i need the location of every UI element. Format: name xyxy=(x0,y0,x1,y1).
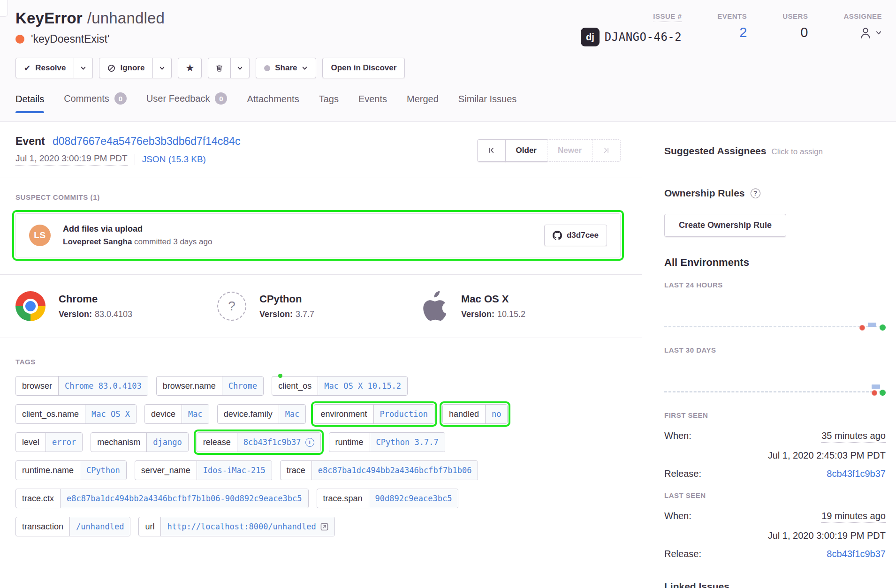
suggested-assignees-title: Suggested Assignees xyxy=(664,145,766,157)
tag-client_os: client_osMac OS X 10.15.2 xyxy=(272,376,408,396)
assignee-dropdown[interactable] xyxy=(858,26,882,40)
chevron-down-icon xyxy=(875,30,882,36)
tag-value-link[interactable]: Idos-iMac-215 xyxy=(197,461,272,480)
users-count[interactable]: 0 xyxy=(800,26,808,39)
issue-short-id[interactable]: DJANGO-46-2 xyxy=(605,31,682,43)
tag-key: environment xyxy=(314,405,373,423)
open-in-discover-button[interactable]: Open in Discover xyxy=(322,58,405,78)
stat-issue-number: ISSUE # dj DJANGO-46-2 xyxy=(581,12,682,46)
event-id-link[interactable]: d08d7667e4a5476eb3b3db6d7f14c84c xyxy=(53,135,240,147)
commit-message: Add files via upload xyxy=(63,224,532,234)
commit-author: Lovepreet Sangha xyxy=(63,237,132,246)
delete-dropdown-button[interactable] xyxy=(231,58,250,78)
tag-value-link[interactable]: 90d892c9eace3bc5 xyxy=(369,489,458,508)
tab-attachments[interactable]: Attachments xyxy=(247,94,299,113)
oldest-event-button[interactable] xyxy=(477,139,506,162)
tag-value-link[interactable]: CPython xyxy=(80,461,126,480)
issue-subtitle: 'keyDoesntExist' xyxy=(31,33,109,45)
red-marker-dot xyxy=(872,390,877,396)
share-button[interactable]: Share xyxy=(256,58,316,78)
tag-browser: browserChrome 83.0.4103 xyxy=(15,376,148,396)
sparkline-baseline xyxy=(664,391,886,392)
tags-rows: browserChrome 83.0.4103browser.nameChrom… xyxy=(15,376,621,536)
context-name: CPython xyxy=(259,293,314,305)
tags-section: TAGS browserChrome 83.0.4103browser.name… xyxy=(0,338,642,536)
tag-key: client_os xyxy=(272,377,318,395)
tag-key: browser xyxy=(16,377,58,395)
tag-value-link[interactable]: /unhandled xyxy=(69,517,130,536)
tag-value-link[interactable]: Chrome 83.0.4103 xyxy=(58,377,148,395)
tab-events[interactable]: Events xyxy=(358,94,387,113)
tag-value-link[interactable]: no xyxy=(485,405,507,423)
tag-key: trace xyxy=(281,461,311,480)
tag-value-link[interactable]: error xyxy=(46,433,82,452)
tag-value-link[interactable]: http://localhost:8000/unhandled xyxy=(160,517,334,536)
tag-value-link[interactable]: Mac OS X 10.15.2 xyxy=(318,377,407,395)
issue-number-label: ISSUE # xyxy=(653,12,682,22)
tab-details[interactable]: Details xyxy=(15,94,44,113)
issue-tabs: Details Comments0 User Feedback0 Attachm… xyxy=(15,92,882,113)
last-seen-release-link[interactable]: 8cb43f1c9b37 xyxy=(827,549,886,559)
apple-icon xyxy=(419,290,448,323)
ownership-rules-title: Ownership Rules xyxy=(664,188,745,199)
resolve-button[interactable]: ✔Resolve xyxy=(15,58,74,78)
ignore-dropdown-button[interactable] xyxy=(153,58,172,78)
tag-key: mechanism xyxy=(91,433,146,452)
create-ownership-rule-button[interactable]: Create Ownership Rule xyxy=(664,214,786,237)
when-label: When: xyxy=(664,430,691,441)
bookmark-star-button[interactable]: ★ xyxy=(178,58,202,78)
tag-key: trace.ctx xyxy=(16,489,60,508)
tag-value-link[interactable]: e8c87ba1dc494bb2a4346bcfbf7b1b06-90d892c… xyxy=(60,489,308,508)
help-question-icon[interactable]: ? xyxy=(751,188,760,198)
tab-merged[interactable]: Merged xyxy=(407,94,439,113)
tag-value-link[interactable]: Chrome xyxy=(222,377,263,395)
tag-value-link[interactable]: Production xyxy=(373,405,434,423)
green-marker-dot xyxy=(880,390,886,396)
tag-key: url xyxy=(139,517,160,536)
resolve-dropdown-button[interactable] xyxy=(74,58,93,78)
last-page-icon xyxy=(603,147,610,154)
events-count[interactable]: 2 xyxy=(739,26,747,39)
context-version: 10.15.2 xyxy=(497,309,525,319)
tag-row: client_os.nameMac OS XdeviceMacdevice.fa… xyxy=(15,404,621,424)
commit-sha-button[interactable]: d3d7cee xyxy=(544,225,607,246)
page-title: KeyError/unhandled xyxy=(15,9,165,27)
first-seen-relative-time: 35 minutes ago xyxy=(821,430,886,443)
tag-value-link[interactable]: Mac xyxy=(182,405,209,423)
delete-button[interactable] xyxy=(208,58,231,78)
tab-tags[interactable]: Tags xyxy=(319,94,339,113)
latest-event-button[interactable] xyxy=(592,139,621,162)
tag-key: runtime.name xyxy=(16,461,80,480)
blue-bar-marker xyxy=(868,323,876,327)
tag-value-link[interactable]: django xyxy=(146,433,188,452)
share-icon xyxy=(264,65,270,71)
tag-key: runtime xyxy=(329,433,370,452)
release-label: Release: xyxy=(664,549,701,559)
tag-url: urlhttp://localhost:8000/unhandled xyxy=(138,517,334,536)
tab-similar-issues[interactable]: Similar Issues xyxy=(458,94,516,113)
tag-value-link[interactable]: 8cb43f1c9b37i xyxy=(237,433,320,452)
tag-key: server_name xyxy=(135,461,197,480)
tag-key: client_os.name xyxy=(16,405,85,423)
tag-trace.ctx: trace.ctxe8c87ba1dc494bb2a4346bcfbf7b1b0… xyxy=(15,489,309,508)
sparkline-baseline xyxy=(664,326,886,327)
tab-comments[interactable]: Comments0 xyxy=(64,92,127,113)
ignore-button[interactable]: Ignore xyxy=(99,58,153,78)
tag-value-link[interactable]: CPython 3.7.7 xyxy=(370,433,445,452)
info-icon[interactable]: i xyxy=(305,438,314,447)
tag-value-link[interactable]: Mac xyxy=(279,405,306,423)
context-runtime: ? CPython Version:3.7.7 xyxy=(217,292,419,321)
first-seen-heading: FIRST SEEN xyxy=(664,411,886,419)
event-json-link[interactable]: JSON (15.3 KB) xyxy=(142,154,206,165)
tag-value-link[interactable]: e8c87ba1dc494bb2a4346bcfbf7b1b06 xyxy=(311,461,478,480)
assignee-label: ASSIGNEE xyxy=(843,12,882,20)
tag-key: level xyxy=(16,433,46,452)
newer-event-button[interactable]: Newer xyxy=(547,139,592,162)
stat-assignee: ASSIGNEE xyxy=(843,12,882,40)
event-label: Event xyxy=(15,135,45,147)
tab-user-feedback[interactable]: User Feedback0 xyxy=(146,92,228,113)
first-seen-release-link[interactable]: 8cb43f1c9b37 xyxy=(827,468,886,479)
context-browser: Chrome Version:83.0.4103 xyxy=(15,291,217,321)
tag-value-link[interactable]: Mac OS X xyxy=(85,405,136,423)
older-event-button[interactable]: Older xyxy=(505,139,547,162)
